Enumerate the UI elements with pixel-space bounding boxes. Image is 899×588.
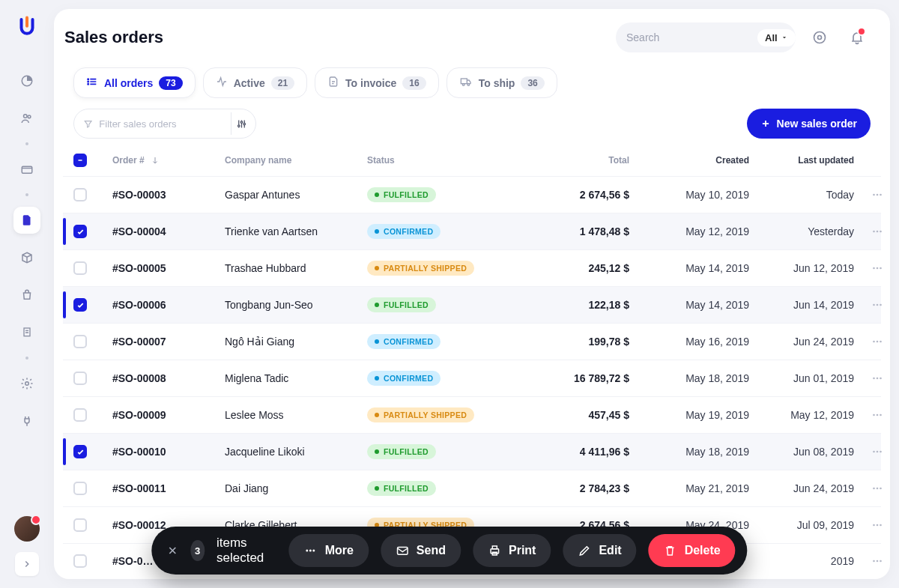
table-row[interactable]: #SO-00009 Leslee Moss PARTIALLY SHIPPED … xyxy=(63,396,881,433)
edit-button[interactable]: Edit xyxy=(563,534,636,567)
row-more-button[interactable] xyxy=(854,372,884,385)
select-all-checkbox[interactable] xyxy=(73,154,87,167)
row-more-button[interactable] xyxy=(854,554,884,568)
tab-all-orders[interactable]: All orders 73 xyxy=(73,67,196,98)
order-total: 1 478,48 $ xyxy=(524,225,637,237)
row-more-button[interactable] xyxy=(854,335,884,348)
sort-desc-icon[interactable] xyxy=(151,156,160,165)
col-order[interactable]: Order # xyxy=(112,155,145,166)
search-input[interactable] xyxy=(626,31,757,43)
nav-power-icon[interactable] xyxy=(13,407,40,434)
svg-point-52 xyxy=(309,550,312,552)
nav-shopping-icon[interactable] xyxy=(13,282,40,309)
svg-point-21 xyxy=(873,231,875,233)
svg-rect-4 xyxy=(24,328,30,336)
svg-rect-54 xyxy=(397,548,408,555)
table-row[interactable]: #SO-00005 Trashae Hubbard PARTIALLY SHIP… xyxy=(63,249,881,286)
table-row[interactable]: #SO-00008 Miglena Tadic CONFIRMED 16 789… xyxy=(63,360,881,396)
row-more-button[interactable] xyxy=(854,518,884,532)
row-checkbox[interactable] xyxy=(73,554,87,568)
col-created[interactable]: Created xyxy=(637,155,749,166)
row-checkbox[interactable] xyxy=(73,482,87,495)
row-more-button[interactable] xyxy=(854,225,884,238)
row-checkbox[interactable] xyxy=(73,335,87,348)
col-status[interactable]: Status xyxy=(367,155,524,166)
send-button[interactable]: Send xyxy=(381,534,461,567)
search-scope-dropdown[interactable]: All xyxy=(757,29,796,46)
filter-settings-button[interactable] xyxy=(231,112,251,135)
created-date: May 18, 2019 xyxy=(637,446,749,458)
row-checkbox[interactable] xyxy=(73,188,87,201)
svg-point-24 xyxy=(873,267,875,270)
row-more-button[interactable] xyxy=(854,482,884,495)
table-row[interactable]: #SO-00004 Trienke van Aartsen CONFIRMED … xyxy=(63,213,881,249)
help-icon[interactable] xyxy=(806,24,833,51)
row-checkbox[interactable] xyxy=(73,372,87,385)
filter-input[interactable] xyxy=(99,118,225,130)
col-total[interactable]: Total xyxy=(524,155,637,166)
svg-point-23 xyxy=(880,231,882,233)
tabs: All orders 73 Active 21 To invoice 16 To… xyxy=(54,60,890,98)
app-logo[interactable] xyxy=(13,13,40,40)
row-more-button[interactable] xyxy=(854,261,884,275)
svg-point-41 xyxy=(880,451,882,453)
nav-dashboard-icon[interactable] xyxy=(13,67,40,94)
row-more-button[interactable] xyxy=(854,445,884,458)
nav-inventory-icon[interactable] xyxy=(13,244,40,271)
search-box[interactable]: All xyxy=(616,22,796,52)
filter-box[interactable] xyxy=(73,109,256,139)
nav-wallet-icon[interactable] xyxy=(13,156,40,183)
created-date: May 14, 2019 xyxy=(637,262,749,274)
tab-to-invoice[interactable]: To invoice 16 xyxy=(315,67,439,98)
table-row[interactable]: #SO-00010 Jacqueline Likoki FULFILLED 4 … xyxy=(63,433,881,470)
row-checkbox[interactable] xyxy=(73,298,87,312)
nav-settings-icon[interactable] xyxy=(13,370,40,397)
svg-point-50 xyxy=(880,560,882,563)
svg-point-39 xyxy=(873,451,875,453)
row-checkbox[interactable] xyxy=(73,408,87,422)
status-badge: CONFIRMED xyxy=(367,334,441,349)
sidebar-expand-button[interactable] xyxy=(15,552,39,576)
order-id: #SO-00004 xyxy=(112,225,225,237)
print-button[interactable]: Print xyxy=(473,534,551,567)
svg-point-43 xyxy=(877,488,879,490)
svg-point-36 xyxy=(873,414,875,416)
nav-customers-icon[interactable] xyxy=(13,105,40,132)
row-more-button[interactable] xyxy=(854,188,884,201)
order-id: #SO-00003 xyxy=(112,189,225,201)
selection-close-button[interactable] xyxy=(166,545,178,557)
tab-to-ship[interactable]: To ship 36 xyxy=(447,67,557,98)
table-row[interactable]: #SO-00003 Gaspar Antunes FULFILLED 2 674… xyxy=(63,176,881,213)
col-updated[interactable]: Last updated xyxy=(749,155,854,166)
row-more-button[interactable] xyxy=(854,298,884,312)
svg-point-27 xyxy=(873,304,875,306)
delete-button[interactable]: Delete xyxy=(649,534,736,567)
more-button[interactable]: More xyxy=(289,534,369,567)
svg-point-40 xyxy=(877,451,879,453)
nav-receipt-icon[interactable] xyxy=(13,319,40,346)
nav-orders-icon[interactable] xyxy=(13,207,40,234)
row-checkbox[interactable] xyxy=(73,225,87,238)
company-name: Dai Jiang xyxy=(225,482,367,494)
order-total: 16 789,72 $ xyxy=(524,372,637,384)
tab-active[interactable]: Active 21 xyxy=(203,67,307,98)
row-checkbox[interactable] xyxy=(73,518,87,532)
svg-point-33 xyxy=(873,378,875,380)
row-checkbox[interactable] xyxy=(73,445,87,458)
order-id: #SO-00007 xyxy=(112,336,225,348)
notifications-icon[interactable] xyxy=(844,24,871,51)
row-checkbox[interactable] xyxy=(73,261,87,275)
table-row[interactable]: #SO-00007 Ngô Hải Giang CONFIRMED 199,78… xyxy=(63,323,881,360)
svg-point-1 xyxy=(24,115,28,118)
col-company[interactable]: Company name xyxy=(225,155,367,166)
created-date: May 16, 2019 xyxy=(637,336,749,348)
table-row[interactable]: #SO-00011 Dai Jiang FULFILLED 2 784,23 $… xyxy=(63,470,881,506)
table-row[interactable]: #SO-00006 Tongbang Jun-Seo FULFILLED 122… xyxy=(63,286,881,323)
svg-point-31 xyxy=(877,341,879,343)
status-badge: FULFILLED xyxy=(367,297,436,312)
svg-point-37 xyxy=(877,414,879,416)
user-avatar[interactable] xyxy=(14,516,40,542)
row-more-button[interactable] xyxy=(854,408,884,422)
new-sales-order-button[interactable]: New sales order xyxy=(747,109,871,139)
status-badge: PARTIALLY SHIPPED xyxy=(367,261,474,276)
